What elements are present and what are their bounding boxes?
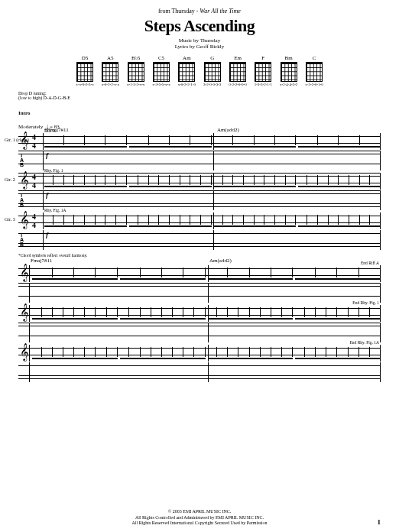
gtr3-group: End Rhy. Fig. 1A 𝄞: [18, 345, 381, 382]
treble-clef-icon: 𝄞: [20, 171, 29, 189]
part-label: Gtr. 3: [5, 217, 15, 222]
gtr1-group: Riff A Gtr. 1 (clean) 𝄞 44 f TAB: [18, 133, 381, 170]
chord-name: A5: [102, 55, 119, 61]
fretboard-icon: [229, 62, 246, 82]
chord-diagram: D5x-x-0-2-3-x: [76, 55, 93, 86]
credits: Music by Thursday Lyrics by Geoff Rickly: [18, 37, 381, 50]
chord-fingering: 1-3-3-2-1-1: [255, 83, 272, 86]
chord-mark: Am(add2): [209, 258, 232, 264]
notation-staff: 𝄞: [18, 345, 381, 362]
fretboard-icon: [306, 62, 323, 82]
chord-diagram: G3-2-0-0-3-3: [203, 55, 221, 86]
chord-name: B♭5: [127, 55, 144, 61]
chord-diagram: B♭5x-1-3-3-x-x: [127, 55, 144, 86]
system-1: *Fmaj7#11 Am(add2) Riff A Gtr. 1 (clean)…: [18, 133, 381, 250]
chord-diagram: C5x-3-5-5-x-x: [152, 55, 170, 86]
treble-clef-icon: 𝄞: [20, 131, 29, 149]
chord-diagram: F1-3-3-2-1-1: [255, 55, 272, 86]
song-title: Steps Ascending: [18, 16, 381, 36]
from-prefix: from Thursday -: [158, 8, 200, 15]
fretboard-icon: [102, 62, 118, 82]
page-number: 1: [378, 518, 381, 526]
from-line: from Thursday - War All the Time: [18, 8, 381, 15]
treble-clef-icon: 𝄞: [20, 343, 29, 361]
chord-diagram: Amx-0-2-2-1-0: [178, 55, 196, 86]
gtr1-group: End Riff A 𝄞: [18, 265, 381, 303]
notation-staff: 𝄞 44 f: [18, 173, 381, 190]
time-signature: 44: [32, 212, 36, 229]
chord-fingering: x-x-0-2-3-x: [76, 83, 93, 86]
chord-name: Bm: [280, 55, 297, 61]
chord-name: Em: [229, 55, 246, 61]
tab-label: TAB: [20, 193, 24, 207]
fretboard-icon: [128, 62, 144, 82]
treble-clef-icon: 𝄞: [20, 264, 29, 281]
chord-name: Am: [178, 55, 196, 61]
notation-staff: 𝄞 44 f: [18, 212, 381, 229]
chord-diagram: Em0-2-2-0-0-0: [229, 55, 246, 86]
copyright-line2: All Rights Controlled and Administered b…: [0, 515, 399, 521]
chord-fingering: x-3-5-5-x-x: [152, 83, 170, 86]
chord-diagram: A5x-0-2-2-x-x: [102, 55, 119, 86]
tab-label: TAB: [20, 233, 24, 247]
tablature-staff: TAB: [18, 230, 381, 250]
chord-fingering: x-3-2-0-1-0: [305, 83, 323, 86]
treble-clef-icon: 𝄞: [20, 211, 29, 229]
chord-mark: Fmaj7#11: [31, 258, 52, 264]
chord-name: C5: [152, 55, 170, 61]
music-by: Music by Thursday: [18, 37, 381, 44]
lyrics-by: Lyrics by Geoff Rickly: [18, 44, 381, 50]
part-label: Gtr. 2: [5, 177, 15, 182]
chord-diagram-row: D5x-x-0-2-3-xA5x-0-2-2-x-xB♭5x-1-3-3-x-x…: [18, 55, 381, 86]
harmony-footnote: *Chord symbols reflect overall harmony.: [18, 253, 381, 258]
chord-fingering: x-0-2-2-1-0: [178, 83, 196, 86]
time-signature: 44: [32, 173, 36, 190]
fretboard-icon: [281, 62, 297, 82]
tablature-staff: TAB: [18, 151, 381, 170]
chord-name: G: [203, 55, 221, 61]
chord-fingering: x-2-4-4-3-2: [280, 83, 297, 86]
chord-name: D5: [76, 55, 93, 61]
chord-mark: Am(add2): [217, 127, 239, 133]
chord-diagram: Cx-3-2-0-1-0: [305, 55, 323, 86]
copyright-line1: © 2003 EMI APRIL MUSIC INC.: [0, 509, 399, 514]
chord-name: F: [255, 55, 272, 61]
tuning-note: Drop D tuning: (low to high) D-A-D-G-B-E: [18, 91, 381, 101]
notation-staff: 𝄞 44 f: [18, 133, 381, 150]
chord-fingering: 0-2-2-0-0-0: [229, 83, 246, 86]
chord-diagram: Bmx-2-4-4-3-2: [280, 55, 297, 86]
tempo-text: Moderately: [18, 124, 43, 130]
treble-clef-icon: 𝄞: [20, 303, 29, 321]
notation-staff: 𝄞: [18, 305, 381, 322]
intro-header: Intro Moderately ♩ = 83: [18, 104, 381, 131]
tablature-staff: [18, 362, 381, 382]
fretboard-icon: [153, 62, 170, 82]
header: from Thursday - War All the Time Steps A…: [18, 8, 381, 50]
tab-label: TAB: [20, 154, 24, 167]
system-2: Fmaj7#11 Am(add2) End Riff A 𝄞 End Rhy. …: [18, 265, 381, 382]
copyright-line3: All Rights Reserved International Copyri…: [0, 521, 399, 526]
tablature-staff: [18, 283, 381, 303]
album-title: War All the Time: [200, 8, 241, 15]
fretboard-icon: [204, 62, 221, 82]
tuning-line1: Drop D tuning:: [18, 91, 381, 96]
fretboard-icon: [255, 62, 271, 82]
notation-staff: 𝄞: [18, 265, 381, 282]
copyright: © 2003 EMI APRIL MUSIC INC. All Rights C…: [0, 509, 399, 526]
gtr2-group: Rhy. Fig. 1 Gtr. 2 𝄞 44 f TAB: [18, 173, 381, 210]
tablature-staff: TAB: [18, 190, 381, 210]
gtr2-group: End Rhy. Fig. 1 𝄞: [18, 305, 381, 342]
section-label: Intro: [18, 110, 30, 116]
time-signature: 44: [32, 133, 36, 150]
chord-fingering: 3-2-0-0-3-3: [203, 83, 221, 86]
tablature-staff: [18, 323, 381, 342]
gtr3-group: Rhy. Fig. 1A Gtr. 3 𝄞 44 f TAB: [18, 212, 381, 250]
fretboard-icon: [76, 62, 93, 82]
chord-fingering: x-1-3-3-x-x: [127, 83, 144, 86]
fretboard-icon: [178, 62, 195, 82]
tuning-line2: (low to high) D-A-D-G-B-E: [18, 96, 381, 101]
chord-fingering: x-0-2-2-x-x: [102, 83, 119, 86]
chord-name: C: [305, 55, 323, 61]
